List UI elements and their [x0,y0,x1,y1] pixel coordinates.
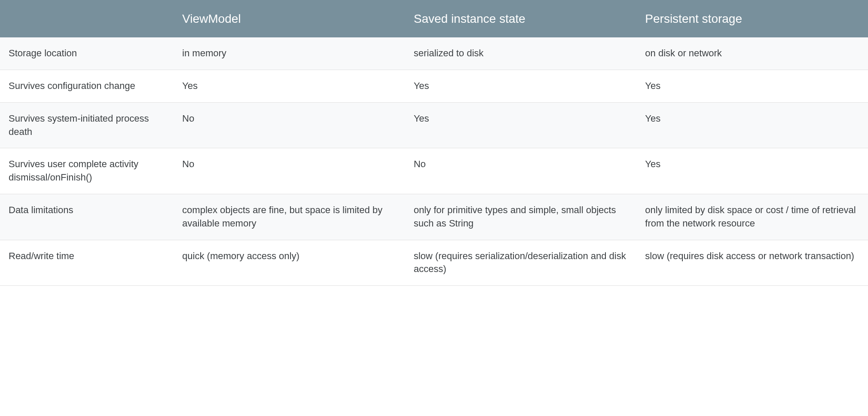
comparison-table: ViewModel Saved instance state Persisten… [0,0,868,286]
row-label: Survives user complete activity dismissa… [0,148,174,194]
row-label: Storage location [0,37,174,70]
cell-viewmodel: complex objects are fine, but space is l… [174,194,405,240]
cell-persistent-storage: Yes [636,70,868,102]
cell-viewmodel: No [174,148,405,194]
table-row: Read/write time quick (memory access onl… [0,240,868,286]
table-header-viewmodel: ViewModel [174,0,405,37]
table-row: Data limitations complex objects are fin… [0,194,868,240]
table-row: Storage location in memory serialized to… [0,37,868,70]
cell-viewmodel: quick (memory access only) [174,240,405,286]
table-header-saved-instance-state: Saved instance state [405,0,637,37]
cell-persistent-storage: only limited by disk space or cost / tim… [636,194,868,240]
cell-persistent-storage: Yes [636,102,868,148]
cell-persistent-storage: Yes [636,148,868,194]
cell-saved-instance-state: serialized to disk [405,37,637,70]
cell-viewmodel: Yes [174,70,405,102]
table-row: Survives user complete activity dismissa… [0,148,868,194]
row-label: Survives configuration change [0,70,174,102]
cell-persistent-storage: on disk or network [636,37,868,70]
cell-saved-instance-state: only for primitive types and simple, sma… [405,194,637,240]
cell-persistent-storage: slow (requires disk access or network tr… [636,240,868,286]
cell-saved-instance-state: Yes [405,70,637,102]
table-header-row: ViewModel Saved instance state Persisten… [0,0,868,37]
cell-saved-instance-state: No [405,148,637,194]
row-label: Read/write time [0,240,174,286]
table-row: Survives configuration change Yes Yes Ye… [0,70,868,102]
table-header-blank [0,0,174,37]
row-label: Survives system-initiated process death [0,102,174,148]
table-header-persistent-storage: Persistent storage [636,0,868,37]
cell-viewmodel: No [174,102,405,148]
cell-saved-instance-state: Yes [405,102,637,148]
table-row: Survives system-initiated process death … [0,102,868,148]
cell-saved-instance-state: slow (requires serialization/deserializa… [405,240,637,286]
row-label: Data limitations [0,194,174,240]
cell-viewmodel: in memory [174,37,405,70]
